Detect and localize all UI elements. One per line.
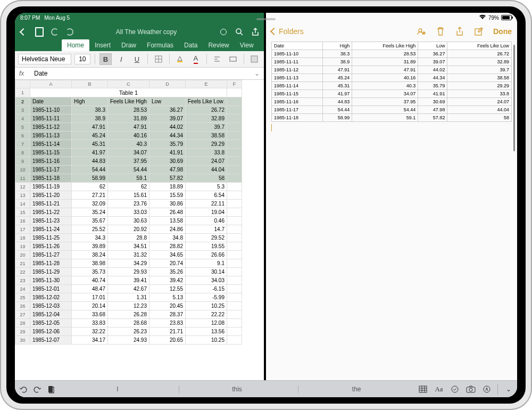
trash-icon[interactable]: [436, 27, 445, 36]
table-row[interactable]: 61985-11-1345.2440.1644.3438.58: [15, 132, 242, 140]
back-label: Folders: [279, 27, 304, 36]
table-row[interactable]: 301985-12-0734.1724.9320.6510.25: [15, 336, 242, 345]
table-row[interactable]: 151985-11-2235.2433.0326.4819.04: [15, 208, 242, 217]
merge-button[interactable]: [227, 53, 239, 65]
share-icon[interactable]: [455, 27, 464, 36]
redo-button[interactable]: [66, 28, 73, 36]
kb-checklist-icon[interactable]: [450, 384, 460, 395]
table-row[interactable]: 271985-12-0433.6826.2828.3722.22: [15, 310, 242, 319]
lightbulb-button[interactable]: [219, 28, 228, 36]
table-row[interactable]: 91985-11-1644.8337.9530.6924.07: [15, 157, 242, 166]
kb-suggestion-3[interactable]: the: [298, 386, 414, 393]
formula-value[interactable]: Date: [34, 70, 250, 77]
table-row[interactable]: 281985-12-0533.8328.6823.8312.08: [15, 319, 242, 327]
col-header-a[interactable]: A: [30, 80, 72, 88]
search-button[interactable]: [235, 28, 244, 36]
col-header-d[interactable]: D: [149, 80, 186, 88]
table-row[interactable]: 191985-11-2639.8934.5128.8219.55: [15, 242, 242, 251]
table-row[interactable]: 181985-11-2534.328.834.829.52: [15, 234, 242, 242]
table-row[interactable]: 71985-11-1445.3140.335.7929.29: [15, 140, 242, 149]
table-row[interactable]: 211985-11-2838.9834.2920.749.1: [15, 259, 242, 268]
tab-formulas[interactable]: Formulas: [142, 39, 179, 51]
file-button[interactable]: [35, 28, 44, 36]
row-header[interactable]: 1: [15, 88, 30, 97]
notes-table-row: 1985-11-1754.4454.4447.9844.04: [272, 106, 512, 114]
kb-markup-icon[interactable]: [481, 384, 492, 395]
tab-draw[interactable]: Draw: [116, 39, 142, 51]
table-row[interactable]: 241985-12-0148.4742.6712.55-6.15: [15, 285, 242, 293]
font-name-select[interactable]: Helvetica Neue: [18, 54, 71, 64]
wifi-icon: [479, 14, 486, 21]
select-all-corner[interactable]: [15, 80, 30, 88]
table-row[interactable]: 291985-12-0632.2226.2321.7113.56: [15, 327, 242, 336]
table-row[interactable]: 261985-12-0320.1412.2320.4510.25: [15, 302, 242, 310]
table-row[interactable]: 121985-11-19626218.895.3: [15, 183, 242, 191]
tab-home[interactable]: Home: [62, 39, 89, 51]
tab-review[interactable]: Review: [203, 39, 234, 51]
notes-toolbar: Folders Done: [266, 22, 517, 40]
font-color-button[interactable]: A: [189, 53, 202, 65]
table-row[interactable]: 131985-11-2027.2115.6115.596.54: [15, 191, 242, 200]
kb-undo-icon[interactable]: [18, 384, 29, 395]
table-row[interactable]: 161985-11-2335.6730.6313.580.46: [15, 217, 242, 225]
screen: 8:07 PM Mon Aug 5 79% All The Weather co…: [15, 13, 517, 397]
table-row[interactable]: 251985-12-0217.011.315.13-5.99: [15, 293, 242, 302]
spreadsheet[interactable]: A B C D E F 1Table 12DateHighFeels Like …: [15, 80, 264, 380]
kb-collapse-icon[interactable]: ⌄: [503, 384, 514, 395]
svg-rect-18: [419, 386, 427, 392]
tab-view[interactable]: View: [235, 39, 259, 51]
kb-table-icon[interactable]: [418, 384, 428, 395]
table-row[interactable]: 111985-11-1858.9959.157.8258: [15, 174, 242, 183]
table-row[interactable]: 81985-11-1541.9734.0741.9133.8: [15, 149, 242, 157]
kb-redo-icon[interactable]: [32, 384, 43, 395]
kb-camera-icon[interactable]: [466, 384, 476, 395]
table-row[interactable]: 201985-11-2738.2431.3234.6526.66: [15, 251, 242, 259]
undo-button[interactable]: [51, 28, 59, 36]
align-button[interactable]: [211, 53, 224, 65]
table-row[interactable]: 171985-11-2425.5220.9224.8614.7: [15, 225, 242, 234]
notes-scroll-indicator[interactable]: [513, 45, 515, 151]
compose-icon[interactable]: [474, 27, 484, 36]
col-header-f[interactable]: F: [227, 80, 242, 88]
share-button[interactable]: [251, 28, 260, 36]
collaborate-icon[interactable]: [417, 27, 426, 36]
fill-color-button[interactable]: [174, 53, 187, 65]
underline-button[interactable]: U: [131, 53, 144, 65]
bold-button[interactable]: B: [99, 53, 112, 65]
italic-button[interactable]: I: [115, 53, 128, 65]
table-row[interactable]: 101985-11-1754.4454.4447.9844.04: [15, 166, 242, 174]
table-row[interactable]: 221985-11-2935.7329.9335.2630.14: [15, 268, 242, 276]
cell-style-button[interactable]: [248, 53, 261, 65]
notes-col-header: Date: [272, 42, 323, 50]
svg-rect-9: [230, 57, 236, 61]
tab-insert[interactable]: Insert: [89, 39, 116, 51]
table-row[interactable]: 231985-11-3040.7439.4139.4234.03: [15, 276, 242, 285]
notes-done-button[interactable]: Done: [493, 27, 512, 36]
formula-bar[interactable]: fx Date ⌄: [15, 68, 264, 80]
battery-percent: 79%: [488, 15, 499, 21]
table-row[interactable]: 31985-11-1038.328.5336.2726.72: [15, 106, 242, 114]
kb-suggestion-1[interactable]: I: [60, 386, 176, 393]
kb-suggestion-2[interactable]: this: [179, 386, 295, 393]
col-header-c[interactable]: C: [108, 80, 149, 88]
excel-app: All The Weather copy HomeInsertDrawFormu…: [15, 13, 266, 380]
table-header-row[interactable]: 2DateHighFeels Like HighLowFeels Like Lo…: [15, 97, 242, 106]
tab-data[interactable]: Data: [179, 39, 203, 51]
chevron-left-icon: [271, 27, 278, 36]
kb-format-icon[interactable]: Aa: [434, 384, 444, 395]
table-row[interactable]: 141985-11-2132.0923.7630.8622.11: [15, 200, 242, 208]
notes-content[interactable]: DateHighFeels Like HighLowFeels Like Low…: [266, 40, 517, 380]
table-row[interactable]: 51985-11-1247.9147.9144.0239.7: [15, 123, 242, 132]
table-row[interactable]: 41985-11-1138.931.8939.0732.89: [15, 114, 242, 123]
notes-back-button[interactable]: Folders: [271, 27, 304, 36]
kb-clipboard-icon[interactable]: [46, 384, 56, 395]
notes-pasted-table: DateHighFeels Like HighLowFeels Like Low…: [271, 42, 512, 122]
font-size-input[interactable]: 10: [74, 54, 90, 64]
border-button[interactable]: [152, 53, 165, 65]
col-header-e[interactable]: E: [186, 80, 227, 88]
back-button[interactable]: [19, 28, 28, 36]
formula-expand[interactable]: ⌄: [254, 70, 260, 77]
col-header-b[interactable]: B: [72, 80, 108, 88]
column-headers[interactable]: A B C D E F: [15, 80, 242, 88]
table-title-cell[interactable]: Table 1: [30, 88, 227, 97]
